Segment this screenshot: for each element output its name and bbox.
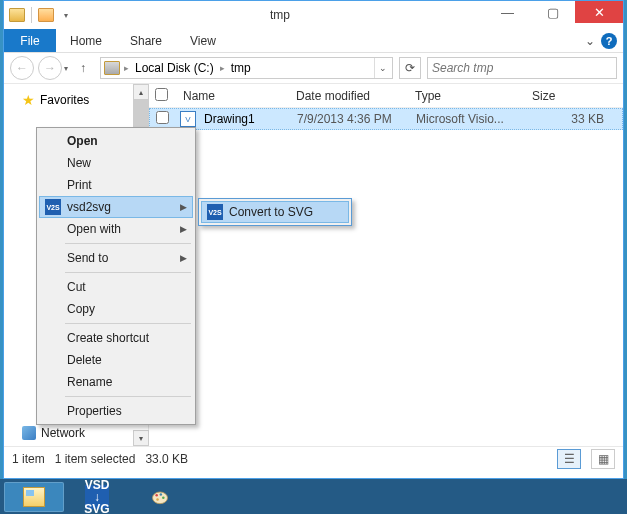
minimize-button[interactable]: — bbox=[485, 1, 530, 23]
vsd2svg-icon: V2S bbox=[45, 199, 61, 215]
svg-point-2 bbox=[160, 493, 163, 496]
file-row[interactable]: V Drawing1 7/9/2013 4:36 PM Microsoft Vi… bbox=[149, 108, 623, 130]
qat-dropdown-icon[interactable]: ▾ bbox=[57, 6, 75, 24]
file-name: Drawing1 bbox=[200, 112, 293, 126]
maximize-button[interactable]: ▢ bbox=[530, 1, 575, 23]
separator bbox=[31, 7, 32, 23]
col-date[interactable]: Date modified bbox=[292, 89, 411, 103]
row-checkbox[interactable] bbox=[156, 111, 180, 127]
nav-scrollbar[interactable]: ▴ bbox=[133, 84, 149, 130]
select-all-checkbox[interactable] bbox=[155, 88, 179, 104]
menu-open[interactable]: Open bbox=[39, 130, 193, 152]
file-date: 7/9/2013 4:36 PM bbox=[293, 112, 412, 126]
send-to-label: Send to bbox=[67, 251, 108, 265]
thumbnails-view-button[interactable]: ▦ bbox=[591, 449, 615, 469]
status-bar: 1 item 1 item selected 33.0 KB ☰ ▦ bbox=[4, 446, 623, 471]
address-dropdown-icon[interactable]: ⌄ bbox=[374, 58, 390, 78]
file-list: Name Date modified Type Size V Drawing1 … bbox=[149, 84, 623, 446]
taskbar: VSD↓SVG bbox=[0, 479, 627, 514]
search-box[interactable] bbox=[427, 57, 617, 79]
column-headers: Name Date modified Type Size bbox=[149, 84, 623, 108]
svg-point-4 bbox=[156, 498, 159, 501]
address-bar[interactable]: ▸ Local Disk (C:) ▸ tmp ⌄ bbox=[100, 57, 393, 79]
titlebar: ▾ tmp — ▢ ✕ bbox=[4, 1, 623, 29]
explorer-icon bbox=[23, 487, 45, 507]
taskbar-vsd2svg[interactable]: VSD↓SVG bbox=[67, 482, 127, 512]
favorites-label: Favorites bbox=[40, 93, 89, 107]
back-button[interactable]: ← bbox=[10, 56, 34, 80]
vsd2svg-icon: V2S bbox=[207, 204, 223, 220]
chevron-right-icon[interactable]: ▸ bbox=[121, 63, 132, 73]
help-icon[interactable]: ? bbox=[601, 33, 617, 49]
expand-ribbon-icon[interactable]: ⌄ bbox=[585, 34, 595, 48]
tab-share[interactable]: Share bbox=[116, 29, 176, 52]
menu-new[interactable]: New bbox=[39, 152, 193, 174]
vsd2svg-submenu: V2S Convert to SVG bbox=[198, 198, 352, 226]
menu-cut[interactable]: Cut bbox=[39, 276, 193, 298]
col-name[interactable]: Name bbox=[179, 89, 292, 103]
drive-icon bbox=[103, 59, 121, 77]
menu-vsd2svg[interactable]: V2S vsd2svg ▶ bbox=[39, 196, 193, 218]
new-folder-icon[interactable] bbox=[37, 6, 55, 24]
network-group[interactable]: Network bbox=[22, 426, 85, 440]
svg-point-1 bbox=[155, 494, 158, 497]
favorites-group[interactable]: ★ Favorites bbox=[4, 90, 148, 110]
forward-button: → bbox=[38, 56, 62, 80]
selected-count: 1 item selected bbox=[55, 452, 136, 466]
window-buttons: — ▢ ✕ bbox=[485, 7, 623, 23]
item-count: 1 item bbox=[12, 452, 45, 466]
history-dropdown-icon[interactable]: ▾ bbox=[64, 64, 68, 73]
open-with-label: Open with bbox=[67, 222, 121, 236]
file-size: 33 KB bbox=[529, 112, 622, 126]
details-view-button[interactable]: ☰ bbox=[557, 449, 581, 469]
taskbar-paint[interactable] bbox=[130, 482, 190, 512]
col-type[interactable]: Type bbox=[411, 89, 528, 103]
navigation-bar: ← → ▾ ↑ ▸ Local Disk (C:) ▸ tmp ⌄ ⟳ bbox=[4, 53, 623, 84]
col-size[interactable]: Size bbox=[528, 89, 623, 103]
tab-view[interactable]: View bbox=[176, 29, 230, 52]
tab-home[interactable]: Home bbox=[56, 29, 116, 52]
network-label: Network bbox=[41, 426, 85, 440]
menu-open-with[interactable]: Open with ▶ bbox=[39, 218, 193, 240]
context-menu: Open New Print V2S vsd2svg ▶ Open with ▶… bbox=[36, 127, 196, 425]
window-title: tmp bbox=[75, 8, 485, 22]
scroll-up-icon[interactable]: ▴ bbox=[133, 84, 149, 100]
scroll-thumb[interactable] bbox=[133, 100, 149, 130]
menu-copy[interactable]: Copy bbox=[39, 298, 193, 320]
network-icon bbox=[22, 426, 36, 440]
scroll-down-icon[interactable]: ▾ bbox=[133, 430, 149, 446]
search-input[interactable] bbox=[428, 58, 616, 78]
visio-file-icon: V bbox=[180, 111, 196, 127]
menu-separator bbox=[65, 323, 191, 324]
close-button[interactable]: ✕ bbox=[575, 1, 623, 23]
menu-create-shortcut[interactable]: Create shortcut bbox=[39, 327, 193, 349]
menu-convert-to-svg[interactable]: V2S Convert to SVG bbox=[201, 201, 349, 223]
submenu-arrow-icon: ▶ bbox=[180, 253, 187, 263]
menu-properties[interactable]: Properties bbox=[39, 400, 193, 422]
menu-send-to[interactable]: Send to ▶ bbox=[39, 247, 193, 269]
paint-icon bbox=[150, 486, 170, 508]
file-tab[interactable]: File bbox=[4, 29, 56, 52]
taskbar-explorer[interactable] bbox=[4, 482, 64, 512]
ribbon: File Home Share View ⌄ ? bbox=[4, 29, 623, 53]
menu-separator bbox=[65, 396, 191, 397]
crumb-folder[interactable]: tmp bbox=[228, 61, 254, 75]
folder-properties-icon[interactable] bbox=[8, 6, 26, 24]
selected-size: 33.0 KB bbox=[145, 452, 188, 466]
convert-label: Convert to SVG bbox=[229, 205, 313, 219]
chevron-right-icon[interactable]: ▸ bbox=[217, 63, 228, 73]
quick-access-toolbar: ▾ bbox=[4, 6, 75, 24]
refresh-button[interactable]: ⟳ bbox=[399, 57, 421, 79]
menu-print[interactable]: Print bbox=[39, 174, 193, 196]
file-type: Microsoft Visio... bbox=[412, 112, 529, 126]
star-icon: ★ bbox=[22, 92, 35, 108]
up-button[interactable]: ↑ bbox=[72, 57, 94, 79]
menu-delete[interactable]: Delete bbox=[39, 349, 193, 371]
menu-separator bbox=[65, 243, 191, 244]
crumb-drive[interactable]: Local Disk (C:) bbox=[132, 61, 217, 75]
vsd2svg-app-icon: VSD↓SVG bbox=[85, 485, 109, 509]
menu-separator bbox=[65, 272, 191, 273]
submenu-arrow-icon: ▶ bbox=[180, 224, 187, 234]
vsd2svg-label: vsd2svg bbox=[67, 200, 111, 214]
menu-rename[interactable]: Rename bbox=[39, 371, 193, 393]
